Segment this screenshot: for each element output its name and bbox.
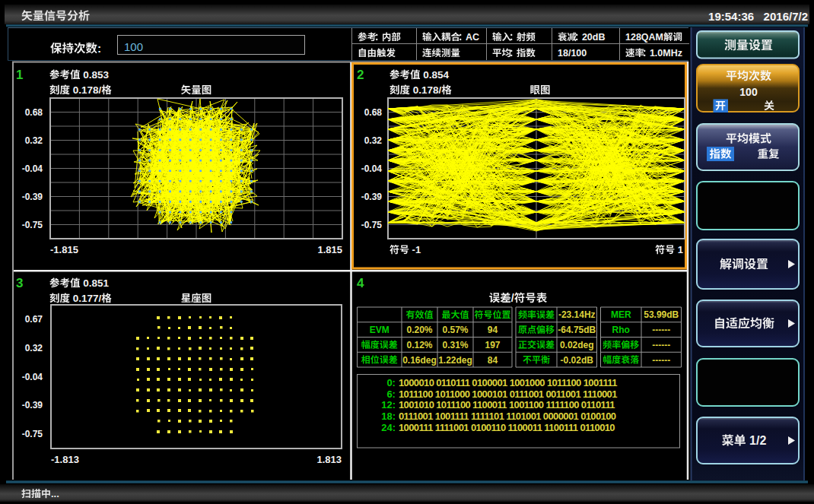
svg-text:-0.75: -0.75 — [22, 220, 43, 230]
svg-text::: : — [97, 42, 101, 55]
svg-text:-64.75dB: -64.75dB — [558, 325, 596, 335]
svg-text:6:: 6: — [386, 388, 396, 400]
svg-text:-1: -1 — [412, 244, 421, 255]
svg-text:0.32: 0.32 — [25, 135, 43, 146]
svg-text:0.12%: 0.12% — [406, 340, 432, 350]
svg-text:0.20%: 0.20% — [406, 325, 432, 335]
svg-text:-0.39: -0.39 — [22, 400, 43, 410]
svg-text:12:: 12: — [381, 399, 396, 410]
svg-text:18:: 18: — [381, 410, 396, 422]
svg-text:100: 100 — [124, 40, 143, 53]
svg-text:18/100: 18/100 — [558, 48, 587, 59]
svg-text:0.16deg: 0.16deg — [402, 355, 437, 366]
svg-text:AC: AC — [466, 32, 479, 43]
svg-text:-1.813: -1.813 — [51, 454, 79, 465]
svg-text:EVM: EVM — [370, 325, 390, 335]
svg-text:1.813: 1.813 — [316, 454, 342, 465]
svg-text:1/2: 1/2 — [749, 434, 766, 447]
svg-text:0.68: 0.68 — [364, 107, 383, 118]
svg-text:1: 1 — [16, 68, 23, 82]
svg-text:0:: 0: — [386, 377, 396, 388]
svg-text:-0.75: -0.75 — [361, 220, 383, 230]
svg-text:0.178/: 0.178/ — [413, 84, 442, 96]
svg-text:0.67: 0.67 — [25, 314, 43, 325]
svg-text:1.0MHz: 1.0MHz — [650, 48, 682, 59]
svg-text:1000010 0110111 0100001 100100: 1000010 0110111 0100001 1001000 1011100 … — [399, 377, 617, 388]
svg-text:0.851: 0.851 — [83, 277, 109, 289]
svg-text:1: 1 — [678, 244, 683, 255]
svg-text:0.853: 0.853 — [83, 69, 109, 81]
svg-text:Rho: Rho — [612, 325, 630, 335]
svg-text:0.177/: 0.177/ — [73, 293, 102, 304]
svg-text:0.57%: 0.57% — [442, 325, 468, 335]
svg-text:1001010 1011100 1100011 100110: 1001010 1011100 1100011 1001100 1111100 … — [399, 399, 615, 410]
svg-text:0.31%: 0.31% — [442, 340, 468, 350]
svg-text:-0.02dB: -0.02dB — [561, 355, 594, 366]
svg-text:1011100 1011000 1000101 011100: 1011100 1011000 1000101 0111001 0011001 … — [399, 388, 617, 400]
svg-text:24:: 24: — [381, 422, 396, 433]
svg-text:0.178/: 0.178/ — [73, 84, 102, 96]
svg-text:2: 2 — [357, 68, 364, 82]
svg-text:------: ------ — [652, 340, 670, 350]
svg-text:MER: MER — [611, 309, 631, 320]
svg-text:-0.75: -0.75 — [22, 429, 43, 439]
svg-text:-0.04: -0.04 — [22, 163, 43, 174]
svg-text:19:54:36: 19:54:36 — [708, 10, 754, 23]
svg-text:0.68: 0.68 — [25, 107, 43, 118]
svg-text:...: ... — [51, 488, 59, 499]
svg-text:0.02deg: 0.02deg — [560, 340, 594, 350]
svg-text:0111001 1001111 1111101 110100: 0111001 1001111 1111101 1101001 0000001 … — [399, 410, 616, 422]
svg-text:197: 197 — [485, 340, 500, 350]
svg-text:-0.04: -0.04 — [22, 372, 43, 382]
svg-text:3: 3 — [16, 276, 23, 290]
svg-text:-0.04: -0.04 — [361, 163, 383, 174]
svg-text:4: 4 — [357, 276, 364, 290]
svg-text:128QAM: 128QAM — [625, 32, 663, 43]
svg-text:-0.39: -0.39 — [22, 192, 43, 202]
svg-text:84: 84 — [488, 355, 498, 366]
svg-text:------: ------ — [652, 325, 670, 335]
svg-text:-23.14Hz: -23.14Hz — [558, 309, 596, 320]
svg-text:2016/7/2: 2016/7/2 — [764, 10, 808, 23]
svg-text:------: ------ — [652, 355, 670, 366]
svg-text:-0.39: -0.39 — [361, 192, 383, 202]
svg-text:1000111 1111001 0100110 110001: 1000111 1111001 0100110 1100011 1100111 … — [399, 422, 615, 433]
svg-text:1.22deg: 1.22deg — [438, 355, 472, 366]
svg-text:94: 94 — [488, 325, 498, 335]
svg-text:-1.815: -1.815 — [50, 244, 78, 255]
svg-text:0.32: 0.32 — [364, 135, 383, 146]
svg-text:20dB: 20dB — [582, 32, 606, 43]
svg-text:1.815: 1.815 — [317, 244, 342, 255]
svg-text:0.32: 0.32 — [25, 343, 43, 353]
svg-text:0.854: 0.854 — [423, 69, 449, 81]
svg-text:/: / — [511, 292, 514, 304]
svg-text:100: 100 — [739, 86, 758, 98]
svg-text:53.99dB: 53.99dB — [644, 309, 679, 320]
